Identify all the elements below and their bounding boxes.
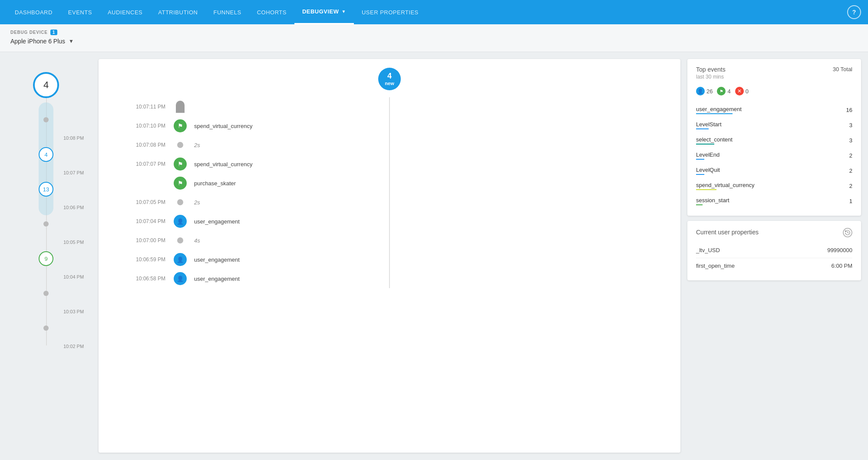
nav-audiences[interactable]: AUDIENCES (100, 0, 150, 24)
time-label-1002: 10:02 PM (63, 344, 84, 349)
top-events-subtitle: last 30 mins (696, 74, 726, 80)
sub-header: DEBUG DEVICE 1 Apple iPhone 6 Plus ▼ (0, 24, 868, 52)
event-row-5[interactable]: 10:07:04 PM 👤 user_engagement (99, 212, 680, 231)
chevron-down-icon: ▼ (342, 9, 346, 14)
timeline-circle-1007[interactable]: 4 (39, 147, 53, 162)
event-list-item-7[interactable]: session_start 1 (696, 194, 852, 209)
left-timeline-column: 4 4 13 (7, 59, 63, 453)
nav-funnels[interactable]: FUNNELS (205, 0, 249, 24)
event-list-item-1[interactable]: user_engagement 16 (696, 102, 852, 118)
blue-person-icon-2: 👤 (174, 253, 187, 266)
blue-person-icon-1: 👤 (174, 215, 187, 228)
timeline-circle-1006[interactable]: 13 (39, 182, 53, 197)
user-properties-panel: Current user properties _ltv_USD 9999000… (687, 221, 861, 280)
event-row-1: 10:07:11 PM (99, 97, 680, 116)
gap-dot-1 (177, 142, 183, 148)
event-row-2[interactable]: 10:07:10 PM ⚑ spend_virtual_currency (99, 116, 680, 135)
timeline-dot-1003 (43, 291, 49, 296)
main-layout: 4 4 13 (0, 52, 868, 460)
nav-bar: DASHBOARD EVENTS AUDIENCES ATTRIBUTION F… (0, 0, 868, 24)
top-events-panel: Top events last 30 mins 30 Total 👤 26 ⚑ … (687, 59, 861, 216)
gap-dot-2 (177, 199, 183, 205)
prop-row-2: first_open_time 6:00 PM (696, 258, 852, 273)
debug-device-label: DEBUG DEVICE 1 (10, 30, 858, 35)
event-row-4[interactable]: ⚑ purchase_skater (99, 174, 680, 193)
top-events-total: 30 Total (833, 66, 852, 72)
new-events-badge-container: 4 new (99, 68, 680, 90)
help-button[interactable]: ? (847, 5, 861, 19)
top-events-header: Top events last 30 mins 30 Total (696, 66, 852, 85)
time-label-1007: 10:07 PM (63, 170, 84, 175)
prop-row-1: _ltv_USD 99990000 (696, 243, 852, 258)
blue-count-item: 👤 26 (696, 87, 713, 95)
user-props-header: Current user properties (696, 228, 852, 237)
nav-attribution[interactable]: ATTRIBUTION (150, 0, 205, 24)
event-row-6[interactable]: 10:06:59 PM 👤 user_engagement (99, 250, 680, 269)
event-list-item-4[interactable]: LevelEnd 2 (696, 148, 852, 163)
nav-events[interactable]: EVENTS (60, 0, 100, 24)
event-list-item-5[interactable]: LevelQuit 2 (696, 163, 852, 178)
nav-user-properties[interactable]: USER PROPERTIES (354, 0, 426, 24)
time-label-1003: 10:03 PM (63, 309, 84, 314)
user-props-title: Current user properties (696, 229, 759, 236)
time-labels-column: 10:08 PM 10:07 PM 10:06 PM 10:05 PM 10:0… (63, 59, 92, 453)
gap-dot-3 (177, 237, 183, 243)
green-icon: ⚑ (717, 87, 726, 95)
event-row-7[interactable]: 10:06:58 PM 👤 user_engagement (99, 269, 680, 288)
time-label-1008: 10:08 PM (63, 135, 84, 141)
event-list-item-2[interactable]: LevelStart 3 (696, 118, 852, 133)
timeline-dot-1008 (43, 117, 49, 122)
dropdown-arrow-icon: ▼ (69, 38, 74, 44)
event-row-gap-3: 10:07:00 PM 4s (99, 231, 680, 250)
nav-dashboard[interactable]: DASHBOARD (7, 0, 60, 24)
timeline-circle-1004[interactable]: 9 (39, 251, 53, 266)
history-icon[interactable] (843, 228, 852, 237)
event-row-3[interactable]: 10:07:07 PM ⚑ spend_virtual_currency (99, 154, 680, 174)
red-icon: ✕ (735, 87, 744, 95)
time-label-1006: 10:06 PM (63, 205, 84, 210)
nav-debugview[interactable]: DEBUGVIEW ▼ (294, 0, 354, 24)
device-name: Apple iPhone 6 Plus (10, 38, 65, 45)
debug-count-badge: 1 (50, 30, 57, 35)
timeline-top-circle: 4 (33, 72, 59, 98)
icon-counts-row: 👤 26 ⚑ 4 ✕ 0 (696, 87, 852, 95)
blue-person-icon-3: 👤 (174, 272, 187, 285)
time-label-1005: 10:05 PM (63, 240, 84, 245)
green-flag-icon-3: ⚑ (174, 177, 187, 190)
top-events-title: Top events (696, 66, 726, 73)
green-flag-icon-1: ⚑ (174, 119, 187, 132)
event-list-item-6[interactable]: spend_virtual_currency 2 (696, 178, 852, 194)
green-count-item: ⚑ 4 (717, 87, 730, 95)
blue-icon: 👤 (696, 87, 705, 95)
pin-icon (176, 101, 185, 113)
green-flag-icon-2: ⚑ (174, 158, 187, 171)
nav-cohorts[interactable]: COHORTS (249, 0, 294, 24)
center-events-panel: 4 new 10:07:11 PM 10:07:10 PM (99, 59, 680, 453)
new-events-badge: 4 new (378, 68, 401, 90)
device-select-dropdown[interactable]: Apple iPhone 6 Plus ▼ (10, 38, 858, 45)
right-column: Top events last 30 mins 30 Total 👤 26 ⚑ … (687, 59, 861, 453)
event-list: 10:07:11 PM 10:07:10 PM ⚑ spend_virtual_… (99, 97, 680, 288)
timeline-dot-1002 (43, 325, 49, 331)
time-label-1004: 10:04 PM (63, 274, 84, 279)
red-count-item: ✕ 0 (735, 87, 749, 95)
event-list-item-3[interactable]: select_content 3 (696, 133, 852, 148)
timeline-dot-1005 (43, 221, 49, 227)
event-row-gap-1: 10:07:08 PM 2s (99, 135, 680, 154)
events-list: user_engagement 16 LevelStart 3 select_c… (696, 102, 852, 209)
event-row-gap-2: 10:07:05 PM 2s (99, 193, 680, 212)
